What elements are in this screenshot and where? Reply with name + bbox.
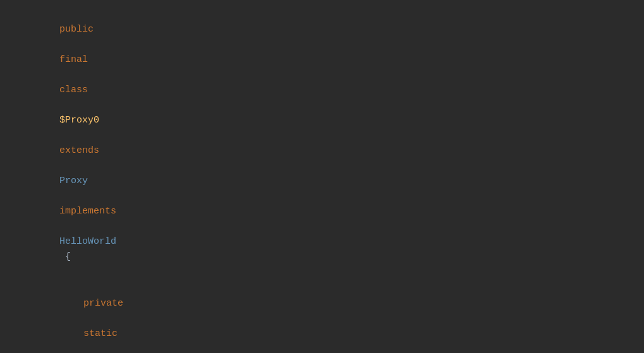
class-proxy0-name: $Proxy0 — [59, 115, 99, 126]
line-class-declaration: public final class $Proxy0 extends Proxy… — [0, 6, 644, 280]
keyword-final: final — [59, 54, 88, 65]
line-field-m1: private static Method m1 ; — [0, 280, 644, 353]
ref-proxy: Proxy — [59, 176, 88, 186]
keyword-public: public — [59, 24, 94, 35]
keyword-private: private — [83, 298, 123, 309]
ref-helloworld: HelloWorld — [59, 236, 116, 247]
code-class-decl: public final class $Proxy0 extends Proxy… — [25, 7, 644, 280]
keyword-class: class — [59, 85, 88, 95]
keyword-extends: extends — [59, 145, 99, 156]
code-editor: public final class $Proxy0 extends Proxy… — [0, 0, 644, 353]
keyword-implements: implements — [59, 206, 116, 217]
keyword-static: static — [83, 328, 118, 339]
code-field-m1: private static Method m1 ; — [49, 281, 644, 353]
